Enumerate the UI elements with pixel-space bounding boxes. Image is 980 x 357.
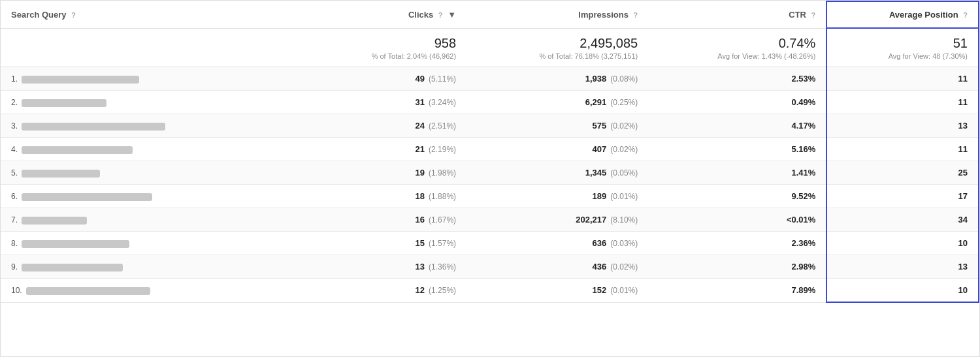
- avg-pos-value: 13: [958, 121, 968, 131]
- clicks-pct: (1.98%): [429, 168, 456, 178]
- avg-pos-value: 34: [958, 215, 968, 225]
- impressions-cell: 6,291(0.25%): [466, 91, 648, 114]
- ctr-cell: 4.17%: [648, 114, 826, 138]
- main-table-container: Search Query ? Clicks ? ▼ Impressions ? …: [0, 0, 980, 357]
- query-cell: 8.: [1, 232, 304, 255]
- impressions-cell: 575(0.02%): [466, 114, 648, 138]
- clicks-value: 49: [416, 74, 425, 84]
- table-row: 8.15(1.57%)636(0.03%)2.36%10: [1, 232, 979, 255]
- clicks-pct: (1.36%): [429, 262, 456, 272]
- header-clicks[interactable]: Clicks ? ▼: [304, 1, 466, 28]
- header-impressions[interactable]: Impressions ?: [466, 1, 648, 28]
- ctr-cell: 7.89%: [648, 279, 826, 303]
- impressions-pct: (0.05%): [610, 168, 638, 178]
- impressions-value: 6,291: [585, 97, 607, 107]
- ctr-cell: <0.01%: [648, 208, 826, 232]
- row-number: 7.: [11, 215, 18, 225]
- header-search-query[interactable]: Search Query ?: [1, 1, 304, 28]
- totals-clicks-sub: % of Total: 2.04% (46,962): [315, 52, 456, 60]
- ctr-value: 9.52%: [791, 191, 815, 201]
- query-cell: 10.: [1, 279, 304, 303]
- clicks-sort-icon[interactable]: ▼: [448, 10, 456, 20]
- impressions-value: 407: [593, 144, 607, 154]
- table-row: 7.16(1.67%)202,217(8.10%)<0.01%34: [1, 208, 979, 232]
- ctr-cell: 2.36%: [648, 232, 826, 255]
- totals-query-cell: [1, 28, 304, 67]
- ctr-cell: 2.98%: [648, 255, 826, 279]
- header-ctr[interactable]: CTR ?: [648, 1, 826, 28]
- impressions-cell: 1,345(0.05%): [466, 161, 648, 185]
- row-number: 5.: [11, 168, 18, 178]
- clicks-pct: (1.57%): [429, 239, 456, 248]
- query-cell: 6.: [1, 185, 304, 208]
- query-cell: 2.: [1, 91, 304, 114]
- query-cell: 9.: [1, 255, 304, 279]
- clicks-value: 12: [416, 285, 425, 295]
- ctr-cell: 2.53%: [648, 67, 826, 91]
- impressions-cell: 202,217(8.10%): [466, 208, 648, 232]
- totals-clicks-cell: 958 % of Total: 2.04% (46,962): [304, 28, 466, 67]
- totals-impressions-cell: 2,495,085 % of Total: 76.18% (3,275,151): [466, 28, 648, 67]
- header-avg-position[interactable]: Average Position ?: [826, 1, 979, 28]
- table-row: 6.18(1.88%)189(0.01%)9.52%17: [1, 185, 979, 208]
- totals-avgpos-cell: 51 Avg for View: 48 (7.30%): [826, 28, 979, 67]
- blurred-query: [22, 99, 106, 107]
- query-cell: 3.: [1, 114, 304, 138]
- totals-ctr-cell: 0.74% Avg for View: 1.43% (-48.26%): [648, 28, 826, 67]
- ctr-value: 2.36%: [791, 238, 815, 248]
- blurred-query: [22, 240, 129, 248]
- blurred-query: [22, 170, 100, 178]
- row-number: 4.: [11, 145, 18, 154]
- clicks-pct: (2.51%): [429, 121, 456, 131]
- impressions-value: 436: [593, 262, 607, 272]
- clicks-cell: 31(3.24%): [304, 91, 466, 114]
- blurred-query: [22, 76, 139, 84]
- totals-avgpos-value: 51: [838, 35, 968, 51]
- clicks-pct: (1.67%): [429, 215, 456, 225]
- impressions-pct: (0.01%): [610, 192, 638, 201]
- impressions-pct: (0.25%): [610, 98, 638, 107]
- impressions-pct: (0.02%): [610, 262, 638, 272]
- ctr-value: 2.98%: [791, 262, 815, 272]
- impressions-value: 1,938: [585, 74, 607, 84]
- impressions-pct: (0.03%): [610, 239, 638, 248]
- row-number: 8.: [11, 239, 18, 248]
- avg-position-help-icon[interactable]: ?: [963, 11, 968, 19]
- clicks-cell: 13(1.36%): [304, 255, 466, 279]
- query-cell: 4.: [1, 138, 304, 161]
- impressions-cell: 1,938(0.08%): [466, 67, 648, 91]
- totals-impressions-sub: % of Total: 76.18% (3,275,151): [477, 52, 638, 60]
- ctr-value: 0.49%: [791, 97, 815, 107]
- table-row: 9.13(1.36%)436(0.02%)2.98%13: [1, 255, 979, 279]
- ctr-value: 1.41%: [791, 168, 815, 178]
- ctr-cell: 9.52%: [648, 185, 826, 208]
- clicks-pct: (1.88%): [429, 192, 456, 201]
- search-query-help-icon[interactable]: ?: [71, 11, 76, 19]
- avg-pos-cell: 17: [826, 185, 979, 208]
- clicks-cell: 21(2.19%): [304, 138, 466, 161]
- impressions-value: 636: [593, 238, 607, 248]
- table-row: 5.19(1.98%)1,345(0.05%)1.41%25: [1, 161, 979, 185]
- avg-pos-value: 11: [958, 97, 968, 107]
- clicks-cell: 18(1.88%): [304, 185, 466, 208]
- avg-pos-cell: 13: [826, 255, 979, 279]
- clicks-value: 24: [416, 121, 425, 131]
- avg-pos-cell: 10: [826, 279, 979, 303]
- clicks-value: 16: [416, 215, 425, 225]
- clicks-pct: (3.24%): [429, 98, 456, 107]
- clicks-value: 15: [416, 238, 425, 248]
- avg-pos-value: 11: [958, 144, 968, 154]
- row-number: 9.: [11, 262, 18, 272]
- impressions-cell: 436(0.02%): [466, 255, 648, 279]
- totals-avgpos-sub: Avg for View: 48 (7.30%): [838, 52, 968, 60]
- clicks-pct: (1.25%): [429, 286, 456, 295]
- clicks-help-icon[interactable]: ?: [438, 11, 443, 19]
- ctr-value: 4.17%: [791, 121, 815, 131]
- blurred-query: [22, 146, 133, 154]
- blurred-query: [22, 217, 87, 225]
- clicks-value: 31: [416, 97, 425, 107]
- impressions-cell: 636(0.03%): [466, 232, 648, 255]
- impressions-help-icon[interactable]: ?: [634, 11, 638, 19]
- ctr-help-icon[interactable]: ?: [811, 11, 816, 19]
- table-row: 2.31(3.24%)6,291(0.25%)0.49%11: [1, 91, 979, 114]
